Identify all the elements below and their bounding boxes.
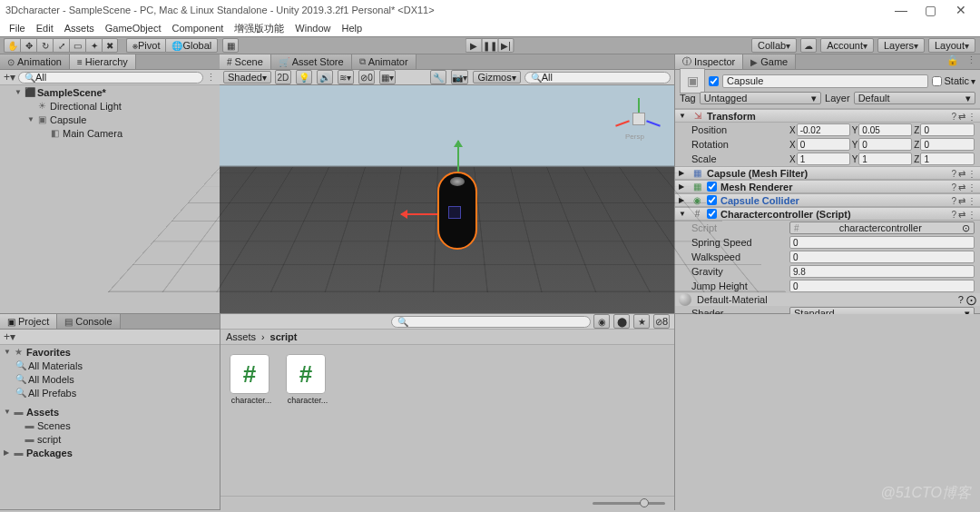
rot-x[interactable] bbox=[797, 138, 850, 151]
pos-y[interactable] bbox=[858, 123, 912, 136]
rot-z[interactable] bbox=[920, 138, 975, 151]
component-meshrenderer[interactable]: ▶▦Mesh Renderer?⇄⋮ bbox=[675, 180, 980, 193]
object-name-field[interactable] bbox=[722, 74, 928, 88]
maximize-icon[interactable]: ▢ bbox=[917, 3, 945, 17]
fav-prefabs[interactable]: 🔍All Prefabs bbox=[0, 386, 220, 399]
walkspeed-field[interactable] bbox=[789, 251, 975, 263]
scl-x[interactable] bbox=[797, 153, 850, 165]
help-icon[interactable]: ? bbox=[951, 112, 956, 122]
menu-file[interactable]: File bbox=[4, 23, 31, 34]
scenes-folder[interactable]: ▬Scenes bbox=[0, 418, 220, 432]
project-tree[interactable]: ▼★Favorites 🔍All Materials 🔍All Models 🔍… bbox=[0, 345, 220, 510]
tab-asset-store[interactable]: 🛒 Asset Store bbox=[271, 54, 352, 69]
fx-icon[interactable]: ≋▾ bbox=[338, 70, 354, 84]
tab-scene[interactable]: # Scene bbox=[220, 54, 271, 69]
close-icon[interactable]: ✕ bbox=[947, 3, 975, 17]
pos-x[interactable] bbox=[797, 123, 850, 136]
active-checkbox[interactable] bbox=[709, 76, 719, 86]
collab-dropdown[interactable]: Collab ▾ bbox=[751, 38, 797, 53]
custom-tool-icon[interactable]: ✖ bbox=[102, 38, 118, 53]
audio-icon[interactable]: 🔊 bbox=[317, 70, 333, 84]
hierarchy-item-light[interactable]: ☀Directional Light bbox=[0, 99, 220, 113]
shading-mode-dropdown[interactable]: Shaded ▾ bbox=[223, 71, 271, 84]
project-create-icon[interactable]: +▾ bbox=[4, 330, 15, 343]
thumbnail-size-slider[interactable] bbox=[220, 496, 674, 510]
packages-folder[interactable]: ▶▬Packages bbox=[0, 446, 220, 459]
capsule-object[interactable] bbox=[437, 172, 477, 250]
lock-icon[interactable]: 🔒 bbox=[943, 54, 963, 69]
asset-item[interactable]: #character... bbox=[286, 354, 329, 487]
filter-type-icon[interactable]: ⬤ bbox=[613, 314, 630, 329]
orientation-gizmo[interactable]: Persp bbox=[616, 96, 662, 142]
pause-button-icon[interactable]: ❚❚ bbox=[482, 38, 498, 53]
tools-icon[interactable]: 🔧 bbox=[430, 70, 446, 84]
menu-edit[interactable]: Edit bbox=[31, 23, 59, 34]
camera-settings-icon[interactable]: 📷▾ bbox=[451, 70, 468, 84]
move-tool-icon[interactable]: ✥ bbox=[20, 38, 36, 53]
hierarchy-item-camera[interactable]: ◧Main Camera bbox=[0, 126, 220, 140]
component-capsulecollider[interactable]: ▶◉Capsule Collider?⇄⋮ bbox=[675, 193, 980, 207]
play-button-icon[interactable]: ▶ bbox=[466, 38, 482, 53]
snap-icon[interactable]: ▦ bbox=[222, 38, 239, 53]
component-meshfilter[interactable]: ▶▦Capsule (Mesh Filter)?⇄⋮ bbox=[675, 166, 980, 180]
tab-console[interactable]: ▤ Console bbox=[57, 314, 120, 329]
grid-icon[interactable]: ▦▾ bbox=[379, 70, 396, 84]
global-toggle[interactable]: 🌐 Global bbox=[165, 38, 218, 53]
hand-tool-icon[interactable]: ✋ bbox=[4, 38, 20, 53]
menu-icon[interactable]: ⋮ bbox=[967, 112, 976, 122]
assets-folder[interactable]: ▼▬Assets bbox=[0, 405, 220, 418]
preset-icon[interactable]: ⇄ bbox=[958, 112, 965, 122]
panel-menu-icon[interactable]: ⋮ bbox=[963, 54, 980, 69]
rect-tool-icon[interactable]: ▭ bbox=[69, 38, 85, 53]
jump-height-field[interactable] bbox=[789, 280, 975, 292]
tab-animation[interactable]: ⊙ Animation bbox=[0, 54, 70, 69]
cloud-icon[interactable]: ☁ bbox=[800, 38, 817, 53]
z-handle-icon[interactable] bbox=[448, 206, 461, 219]
tab-game[interactable]: ▶ Game bbox=[743, 54, 796, 69]
project-search[interactable]: 🔍 bbox=[391, 316, 591, 328]
2d-toggle[interactable]: 2D bbox=[275, 70, 291, 84]
scale-tool-icon[interactable]: ⤢ bbox=[53, 38, 69, 53]
scene-viewport[interactable]: Persp bbox=[220, 85, 674, 313]
scl-z[interactable] bbox=[920, 153, 975, 165]
material-header[interactable]: Default-Material? ⨀ bbox=[675, 293, 980, 306]
create-dropdown-icon[interactable]: +▾ bbox=[4, 71, 15, 84]
transform-tool-icon[interactable]: ✦ bbox=[85, 38, 102, 53]
minimize-icon[interactable]: — bbox=[887, 3, 915, 17]
pos-z[interactable] bbox=[920, 123, 975, 136]
lighting-icon[interactable]: 💡 bbox=[296, 70, 312, 84]
pivot-toggle[interactable]: ⎈ Pivot bbox=[126, 38, 165, 53]
fav-filter-icon[interactable]: ★ bbox=[633, 314, 650, 329]
tab-project[interactable]: ▣ Project bbox=[0, 314, 57, 329]
scl-y[interactable] bbox=[858, 153, 912, 165]
tab-inspector[interactable]: ⓘ Inspector bbox=[675, 54, 743, 69]
gravity-field[interactable] bbox=[789, 265, 975, 278]
script-folder[interactable]: ▬script bbox=[0, 432, 220, 446]
hidden-count-icon[interactable]: ⊘8 bbox=[653, 314, 670, 329]
scene-search[interactable]: 🔍 All bbox=[524, 72, 671, 84]
menu-assets[interactable]: Assets bbox=[59, 23, 100, 34]
menu-component[interactable]: Component bbox=[166, 23, 229, 34]
tab-hierarchy[interactable]: ≡ Hierarchy bbox=[70, 54, 136, 69]
hierarchy-item-capsule[interactable]: ▼▣Capsule bbox=[0, 113, 220, 126]
menu-extra[interactable]: 增强版功能 bbox=[229, 22, 289, 35]
menu-help[interactable]: Help bbox=[336, 23, 368, 34]
hierarchy-search[interactable]: 🔍 All bbox=[18, 72, 203, 84]
spring-speed-field[interactable] bbox=[789, 236, 975, 249]
favorites-folder[interactable]: ▼★Favorites bbox=[0, 345, 220, 359]
breadcrumb[interactable]: Assets › script bbox=[220, 330, 674, 345]
layout-dropdown[interactable]: Layout ▾ bbox=[928, 38, 975, 53]
filter-icon[interactable]: ◉ bbox=[593, 314, 610, 329]
tag-dropdown[interactable]: Untagged▾ bbox=[700, 92, 821, 104]
gizmos-dropdown[interactable]: Gizmos ▾ bbox=[473, 71, 520, 84]
hierarchy-scene[interactable]: ▼⬛SampleScene* bbox=[0, 85, 220, 99]
static-checkbox[interactable] bbox=[932, 76, 942, 86]
step-button-icon[interactable]: ▶| bbox=[498, 38, 514, 53]
account-dropdown[interactable]: Account ▾ bbox=[820, 38, 874, 53]
layers-dropdown[interactable]: Layers ▾ bbox=[877, 38, 925, 53]
rotate-tool-icon[interactable]: ↻ bbox=[36, 38, 53, 53]
asset-grid[interactable]: #character... #character... bbox=[220, 345, 674, 496]
asset-item[interactable]: #character... bbox=[230, 354, 273, 487]
hidden-icon[interactable]: ⊘0 bbox=[358, 70, 375, 84]
component-transform[interactable]: ▼⇲ Transform ?⇄⋮ bbox=[675, 109, 980, 123]
